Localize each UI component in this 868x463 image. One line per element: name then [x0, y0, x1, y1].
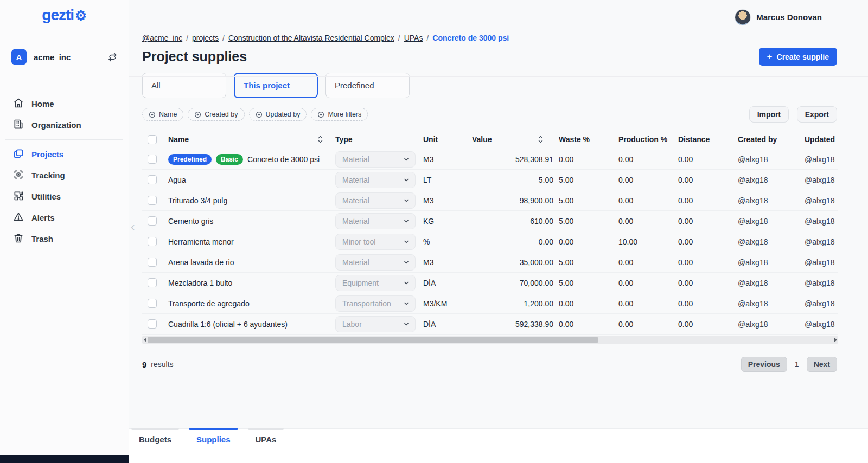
row-checkbox[interactable] [148, 237, 157, 246]
scrollbar-thumb[interactable] [148, 337, 598, 343]
sidebar-item-utilities[interactable]: Utilities [0, 186, 129, 207]
filter-chip-updated-by[interactable]: Updated by [249, 108, 307, 121]
distance-cell: 0.00 [674, 237, 733, 246]
value-cell: 0.00 [468, 237, 554, 246]
column-header-unit: Unit [419, 135, 468, 144]
type-select[interactable]: Labor [335, 316, 416, 332]
supply-name: Triturado 3/4 pulg [168, 196, 227, 205]
row-checkbox[interactable] [148, 155, 157, 164]
tab-upas[interactable]: UPAs [250, 435, 282, 463]
production-cell: 0.00 [614, 299, 674, 308]
row-checkbox[interactable] [148, 216, 157, 226]
chevron-down-icon [403, 280, 410, 286]
previous-page-button[interactable]: Previous [741, 357, 787, 372]
user-menu[interactable]: Marcus Donovan [129, 0, 868, 27]
sidebar: gezti ⚙ A acme_inc Home Organization [0, 0, 129, 463]
distance-cell: 0.00 [674, 217, 733, 226]
workspace-name: acme_inc [34, 53, 101, 62]
filter-chip-created-by[interactable]: Created by [188, 108, 244, 121]
filter-chip-more-filters[interactable]: More filters [311, 108, 368, 121]
sidebar-item-organization[interactable]: Organization [0, 114, 129, 136]
type-select[interactable]: Transportation [335, 295, 416, 312]
type-value: Labor [342, 320, 362, 329]
type-select[interactable]: Material [335, 192, 416, 209]
created-by-cell: @alxg18 [733, 258, 800, 267]
circle-dot-icon [317, 111, 324, 118]
supply-name: Herramienta menor [168, 237, 234, 246]
row-checkbox[interactable] [148, 278, 157, 287]
updated-by-cell: @alxg18 [800, 176, 838, 184]
type-select[interactable]: Material [335, 254, 416, 271]
tab-supplies[interactable]: Supplies [191, 435, 236, 463]
export-button[interactable]: Export [797, 106, 837, 123]
row-checkbox[interactable] [148, 319, 157, 329]
value-cell: 70,000.00 [468, 279, 554, 287]
sort-icon-name[interactable] [317, 135, 323, 144]
filter-chip-name[interactable]: Name [142, 108, 183, 121]
production-cell: 0.00 [614, 320, 674, 329]
breadcrumb-link-workspace[interactable]: @acme_inc [142, 34, 182, 42]
chevron-down-icon [403, 321, 410, 327]
sidebar-item-alerts[interactable]: Alerts [0, 207, 129, 228]
column-header-production: Production % [614, 135, 674, 144]
updated-by-cell: @alxg18 [800, 217, 838, 226]
sidebar-collapse-chevron-icon[interactable]: ‹ [131, 220, 135, 234]
horizontal-scrollbar[interactable] [142, 336, 838, 344]
table-body: PredefinedBasic Concreto de 3000 psi Mat… [142, 149, 838, 335]
production-cell: 0.00 [614, 176, 674, 184]
create-supply-button[interactable]: + Create supplie [759, 48, 837, 66]
workspace-selector[interactable]: A acme_inc [0, 49, 129, 65]
created-by-cell: @alxg18 [733, 155, 800, 164]
waste-cell: 0.00 [554, 237, 614, 246]
sidebar-item-home[interactable]: Home [0, 93, 129, 114]
row-badges: PredefinedBasic [168, 154, 243, 165]
select-all-checkbox[interactable] [148, 135, 157, 144]
scroll-right-arrow-icon[interactable] [833, 336, 838, 344]
updated-by-cell: @alxg18 [800, 196, 838, 205]
type-select[interactable]: Minor tool [335, 234, 416, 250]
app-logo[interactable]: gezti ⚙ [0, 7, 129, 24]
production-cell: 0.00 [614, 217, 674, 226]
sidebar-item-tracking[interactable]: Tracking [0, 165, 129, 186]
import-export-group: Import Export [749, 106, 837, 123]
chevron-down-icon [403, 156, 410, 163]
row-checkbox[interactable] [148, 175, 157, 184]
breadcrumb: @acme_inc / projects / Construction of t… [142, 34, 837, 42]
type-select[interactable]: Material [335, 213, 416, 229]
tab-budgets[interactable]: Budgets [133, 435, 177, 463]
row-checkbox[interactable] [148, 196, 157, 205]
updated-by-cell: @alxg18 [800, 320, 838, 329]
row-checkbox[interactable] [148, 299, 157, 308]
row-checkbox[interactable] [148, 258, 157, 267]
chevron-down-icon [403, 177, 410, 183]
switch-workspace-icon[interactable] [107, 52, 118, 62]
next-page-button[interactable]: Next [807, 357, 837, 372]
type-select[interactable]: Material [335, 151, 416, 168]
breadcrumb-link-projects[interactable]: projects [192, 34, 219, 42]
supply-name: Arena lavada de rio [168, 258, 234, 267]
updated-by-cell: @alxg18 [800, 279, 838, 287]
sidebar-divider [5, 139, 123, 140]
sidebar-footer-bar [0, 455, 129, 463]
workspace-avatar: A [11, 49, 27, 65]
sidebar-item-projects[interactable]: Projects [0, 144, 129, 165]
breadcrumb-link-upas[interactable]: UPAs [404, 34, 423, 42]
breadcrumb-current: Concreto de 3000 psi [432, 34, 509, 42]
table-row: PredefinedBasic Concreto de 3000 psi Mat… [142, 149, 838, 170]
badge-basic: Basic [216, 154, 243, 165]
supply-name: Cemento gris [168, 217, 213, 226]
type-select[interactable]: Equipment [335, 275, 416, 291]
table-row: Herramienta menor Minor tool % 0.00 0.00… [142, 232, 838, 252]
plus-icon: + [767, 52, 773, 61]
projects-icon [13, 148, 24, 160]
table-row: Cuadrilla 1:6 (oficial + 6 ayudantes) La… [142, 314, 838, 335]
import-button[interactable]: Import [749, 106, 789, 123]
type-value: Equipment [342, 279, 379, 287]
type-value: Material [342, 258, 369, 267]
breadcrumb-link-project[interactable]: Construction of the Altavista Residentia… [228, 34, 394, 42]
type-select[interactable]: Material [335, 172, 416, 188]
waste-cell: 5.00 [554, 258, 614, 267]
scroll-left-arrow-icon[interactable] [142, 336, 148, 344]
sidebar-item-trash[interactable]: Trash [0, 228, 129, 249]
sort-icon-value[interactable] [538, 135, 544, 144]
